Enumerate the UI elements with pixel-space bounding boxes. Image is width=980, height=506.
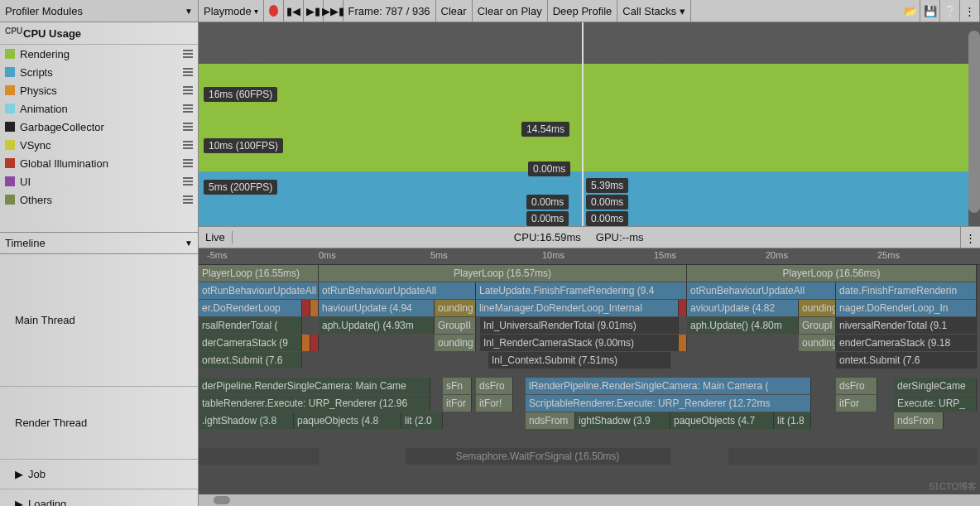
flame-bar[interactable]: PlayerLoop (16.57ms)	[319, 265, 687, 282]
flame-bar[interactable]: GroupII	[435, 317, 476, 334]
flame-bar[interactable]: ndsFrom	[526, 412, 575, 429]
flame-bar[interactable]: paqueObjects (4.7	[670, 412, 774, 429]
flame-bar[interactable]: ScriptableRenderer.Execute: URP_Renderer…	[526, 395, 811, 412]
flame-bar[interactable]: dsFro	[476, 378, 513, 394]
time-ruler[interactable]: -5ms 0ms 5ms 10ms 15ms 20ms 25ms	[199, 248, 980, 265]
flame-bar[interactable]: dsFro	[836, 378, 877, 394]
timeline-overflow-menu[interactable]: ⋮	[960, 227, 980, 249]
timeline-view-dropdown[interactable]: Timeline ▼	[0, 232, 198, 254]
flame-bar[interactable]: otRunBehaviourUpdateAll	[199, 282, 319, 299]
flame-bar[interactable]: derCameraStack (9	[199, 335, 302, 351]
cpu-usage-header[interactable]: CPU CPU Usage	[0, 22, 198, 45]
drag-handle-icon[interactable]	[183, 141, 193, 149]
drag-handle-icon[interactable]	[183, 195, 193, 204]
flame-bar[interactable]: LateUpdate.FinishFrameRendering (9.4	[476, 282, 687, 299]
flame-bar[interactable]: date.FinishFrameRenderin	[836, 282, 977, 299]
flame-bar[interactable]: enderCameraStack (9.18	[836, 335, 977, 351]
chart-vertical-scrollbar[interactable]	[968, 31, 980, 213]
flame-bar[interactable]	[302, 300, 310, 316]
flame-bar[interactable]: lRenderPipeline.RenderSingleCamera: Main…	[526, 378, 811, 394]
clear-on-play-button[interactable]: Clear on Play	[473, 0, 548, 22]
flame-bar[interactable]	[199, 448, 319, 465]
open-button[interactable]: 📂	[901, 0, 920, 22]
drag-handle-icon[interactable]	[183, 86, 193, 94]
flame-bar[interactable]: ounding	[799, 335, 836, 351]
thread-job[interactable]: ▶Job	[0, 460, 198, 489]
flame-bar[interactable]: Execute: URP_	[894, 395, 977, 412]
drag-handle-icon[interactable]	[183, 68, 193, 76]
flame-bar[interactable]	[679, 335, 687, 351]
flame-bar[interactable]: niversalRenderTotal (9.1	[836, 317, 977, 334]
flame-bar[interactable]: lit (1.8	[774, 412, 811, 429]
category-garbagecollector[interactable]: GarbageCollector	[0, 118, 198, 136]
flame-bar[interactable]: Inl_Context.Submit (7.51ms)	[488, 352, 670, 369]
thread-loading[interactable]: ▶Loading	[0, 489, 198, 506]
flame-bar[interactable]: paqueObjects (4.8	[294, 412, 401, 429]
flame-bar[interactable]: derSingleCame	[894, 378, 977, 394]
flame-bar[interactable]: ndsFron	[894, 412, 944, 429]
flame-bar[interactable]: derPipeline.RenderSingleCamera: Main Cam…	[199, 378, 430, 394]
playmode-dropdown[interactable]: Playmode ▾	[199, 0, 264, 22]
drag-handle-icon[interactable]	[183, 50, 193, 58]
category-scripts[interactable]: Scripts	[0, 63, 198, 81]
flame-bar[interactable]: aph.Update() (4.93m	[319, 317, 435, 334]
category-vsync[interactable]: VSync	[0, 136, 198, 154]
flame-bar[interactable]	[679, 300, 687, 316]
flame-bar[interactable]: aph.Update() (4.80m	[687, 317, 799, 334]
flame-bar[interactable]: rsalRenderTotal (	[199, 317, 302, 334]
drag-handle-icon[interactable]	[183, 123, 193, 131]
flame-bar[interactable]: .ightShadow (3.8	[199, 412, 294, 429]
flame-bar[interactable]: Inl_UniversalRenderTotal (9.01ms)	[480, 317, 679, 334]
flame-bar[interactable]: ightShadow (3.9	[575, 412, 670, 429]
drag-handle-icon[interactable]	[183, 177, 193, 186]
flame-bar[interactable]: lineManager.DoRenderLoop_Internal	[476, 300, 679, 316]
profiler-modules-dropdown[interactable]: Profiler Modules ▼	[0, 0, 199, 22]
flame-bar[interactable]	[310, 335, 319, 351]
flame-bar[interactable]	[302, 335, 310, 351]
flame-bar[interactable]: nager.DoRenderLoop_In	[836, 300, 977, 316]
frame-counter[interactable]: Frame: 787 / 936	[343, 0, 436, 22]
flame-bar[interactable]: sFn	[443, 378, 472, 394]
flame-bar[interactable]: GroupI	[799, 317, 836, 334]
help-button[interactable]: ❔	[940, 0, 960, 22]
flame-bar[interactable]: Semaphore.WaitForSignal (16.50ms)	[406, 448, 670, 465]
flame-bar[interactable]: itFor	[836, 395, 877, 412]
flame-bar[interactable]	[310, 300, 319, 316]
flame-bar[interactable]: ounding	[799, 300, 836, 316]
overflow-menu-button[interactable]: ⋮	[960, 0, 980, 22]
flame-bar[interactable]: itFor!	[476, 395, 513, 412]
frame-prev-button[interactable]: ▶▮	[304, 0, 324, 22]
deep-profile-button[interactable]: Deep Profile	[548, 0, 618, 22]
flame-bar[interactable]: otRunBehaviourUpdateAll	[319, 282, 476, 299]
horizontal-scrollbar[interactable]	[199, 494, 980, 506]
drag-handle-icon[interactable]	[183, 104, 193, 113]
live-button[interactable]: Live	[205, 231, 233, 243]
flame-bar[interactable]: PlayerLoop (16.56ms)	[687, 265, 977, 282]
flame-bar[interactable]: PlayerLoop (16.55ms)	[199, 265, 319, 282]
frame-first-button[interactable]: ▮◀	[284, 0, 304, 22]
clear-button[interactable]: Clear	[436, 0, 473, 22]
frame-next-button[interactable]: ▶▶▮	[324, 0, 343, 22]
category-physics[interactable]: Physics	[0, 81, 198, 99]
frame-cursor[interactable]	[582, 22, 584, 226]
flame-bar[interactable]: er.DoRenderLoop	[199, 300, 302, 316]
flame-bar[interactable]: itFor	[443, 395, 472, 412]
flame-bar[interactable]: otRunBehaviourUpdateAll	[687, 282, 836, 299]
category-global illumination[interactable]: Global Illumination	[0, 154, 198, 172]
flame-bar[interactable]: ontext.Submit (7.6	[199, 352, 302, 369]
thread-render[interactable]: Render Thread	[0, 387, 198, 460]
category-ui[interactable]: UI	[0, 172, 198, 190]
flame-bar[interactable]: ounding	[435, 335, 476, 351]
call-stacks-dropdown[interactable]: Call Stacks ▾	[617, 0, 691, 22]
category-animation[interactable]: Animation	[0, 99, 198, 118]
record-button[interactable]	[264, 0, 284, 22]
timeline-flame-area[interactable]: -5ms 0ms 5ms 10ms 15ms 20ms 25ms PlayerL…	[199, 248, 980, 494]
cpu-usage-chart[interactable]: 16ms (60FPS) 10ms (100FPS) 5ms (200FPS) …	[199, 22, 980, 226]
category-rendering[interactable]: Rendering	[0, 45, 198, 63]
flame-bar[interactable]: lit (2.0	[401, 412, 443, 429]
scrollbar-thumb[interactable]	[214, 496, 230, 504]
flame-bar[interactable]: ontext.Submit (7.6	[836, 352, 977, 369]
flame-bar[interactable]: Inl_RenderCameraStack (9.00ms)	[480, 335, 679, 351]
save-button[interactable]: 💾	[920, 0, 940, 22]
flame-bar[interactable]	[728, 448, 977, 465]
